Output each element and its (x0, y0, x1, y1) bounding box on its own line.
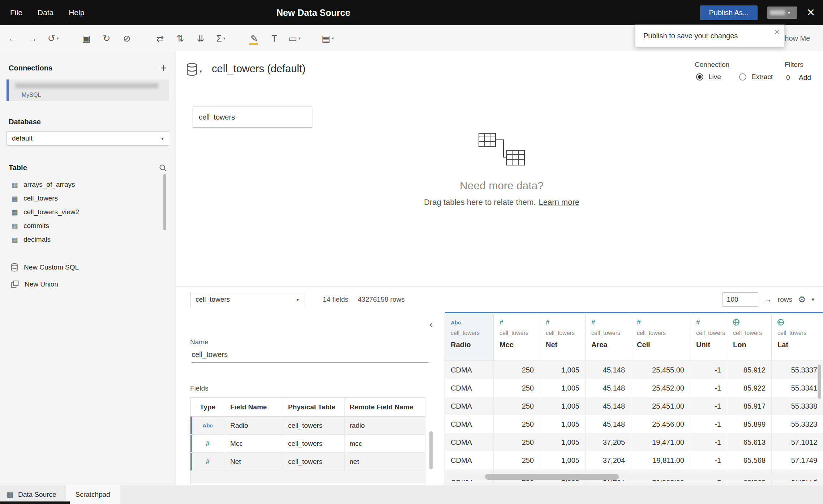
grid-row[interactable]: CDMA2501,00537,20419,811.00-165.56857.17… (445, 451, 823, 469)
filters-count: 0 (786, 74, 790, 82)
connection-item[interactable]: MySQL (7, 79, 169, 101)
extract-label: Extract (751, 73, 773, 81)
duplicate-button[interactable]: ▣ (78, 30, 95, 47)
grid-row[interactable]: CDMA2501,00545,14825,452.00-185.92255.33… (445, 379, 823, 397)
revert-button[interactable]: ↺▾ (45, 30, 61, 47)
sidebar-table-item[interactable]: ▦arrays_of_arrays (0, 178, 176, 191)
grid-column-header-lat[interactable]: cell_towersLat (772, 312, 823, 361)
database-select[interactable]: default ▾ (7, 131, 169, 146)
collapse-panel-icon[interactable]: ‹ (429, 319, 433, 329)
grid-cell: -1 (690, 451, 727, 469)
custom-sql-icon (11, 263, 18, 272)
close-icon[interactable]: ✕ (807, 8, 815, 18)
field-row-radio[interactable]: Abc Radio cell_towers radio (190, 417, 425, 435)
remote-field-cell: net (344, 453, 424, 470)
grid-vertical-scrollbar[interactable] (818, 365, 821, 399)
totals-button[interactable]: Σ▾ (213, 30, 229, 47)
column-table-name: cell_towers (637, 330, 690, 336)
sort-ascending-button[interactable]: ⇅ (172, 30, 189, 47)
grid-header: Abccell_towersRadio#cell_towersMcc#cell_… (445, 312, 823, 361)
table-selector-dropdown[interactable]: cell_towers ▾ (190, 292, 304, 307)
sidebar: Connections + MySQL Database default ▾ T… (0, 51, 176, 485)
sidebar-table-item[interactable]: ▦cell_towers_view2 (0, 205, 176, 219)
grid-column-header-net[interactable]: #cell_towersNet (540, 312, 586, 361)
table-node-cell-towers[interactable]: cell_towers (193, 107, 312, 128)
extract-radio[interactable] (739, 73, 746, 81)
table-name: arrays_of_arrays (23, 181, 75, 189)
menu-help[interactable]: Help (69, 8, 84, 17)
table-name: commits (23, 222, 49, 230)
fields-panel-scrollbar[interactable] (429, 431, 433, 469)
chevron-down-icon[interactable]: ▾ (811, 296, 814, 303)
grid-cell: 55.3337 (772, 361, 823, 379)
sort-descending-button[interactable]: ⇊ (192, 30, 209, 47)
publish-as-button[interactable]: Publish As... (700, 5, 757, 20)
account-menu[interactable]: ▾ (767, 7, 797, 19)
tab-scratchpad[interactable]: Scratchpad (66, 485, 120, 504)
grid-cell: 45,148 (586, 397, 631, 415)
redo-button[interactable]: → (25, 30, 41, 47)
grid-cell: 57.1749 (772, 451, 823, 469)
swap-rows-columns-button[interactable]: ⇄ (152, 30, 168, 47)
grid-cell: CDMA (445, 415, 494, 433)
sidebar-table-item[interactable]: ▦cell_towers (0, 191, 176, 205)
sidebar-table-item[interactable]: ▦commits (0, 219, 176, 233)
undo-button[interactable]: ← (4, 30, 21, 47)
menu-file[interactable]: File (10, 8, 22, 17)
totals-icon: Σ (216, 33, 222, 44)
table-icon: ▦ (12, 222, 18, 230)
show-chart-button[interactable]: ▤▾ (320, 30, 336, 47)
sidebar-scrollbar[interactable] (163, 174, 166, 230)
apply-row-limit-icon[interactable]: → (764, 295, 772, 304)
publish-tooltip: Publish to save your changes ✕ (635, 25, 785, 47)
menu-bar: File Data Help (10, 8, 84, 17)
grid-row[interactable]: CDMA2501,00545,14825,451.00-185.91755.33… (445, 397, 823, 415)
pause-updates-button[interactable]: ⊘ (119, 30, 135, 47)
physical-table-cell: cell_towers (283, 453, 344, 470)
refresh-button[interactable]: ↻ (98, 30, 115, 47)
field-row-net[interactable]: # Net cell_towers net (190, 453, 425, 471)
add-connection-icon[interactable]: + (160, 62, 167, 74)
grid-row[interactable]: CDMA2501,00545,14825,455.00-185.91255.33… (445, 361, 823, 379)
grid-horizontal-scrollbar-track[interactable] (447, 474, 819, 480)
text-label-button[interactable]: T (266, 30, 283, 47)
grid-horizontal-scrollbar-thumb[interactable] (485, 474, 619, 480)
table-name-input[interactable]: cell_towers (192, 350, 428, 363)
grid-cell: 1,005 (540, 415, 586, 433)
grid-row[interactable]: CDMA2501,00545,14825,456.00-185.89955.33… (445, 415, 823, 433)
search-icon[interactable] (159, 164, 167, 172)
highlight-button[interactable]: ✎ (246, 30, 262, 47)
close-tooltip-icon[interactable]: ✕ (774, 28, 780, 36)
fields-label: Fields (190, 384, 209, 392)
grid-column-header-cell[interactable]: #cell_towersCell (631, 312, 690, 361)
filters-add-button[interactable]: Add (799, 74, 811, 82)
grid-cell: 25,455.00 (631, 361, 690, 379)
name-label: Name (190, 338, 209, 346)
tooltip-text: Publish to save your changes (643, 32, 738, 40)
grid-cell: 37,204 (586, 451, 631, 469)
row-limit-input[interactable]: 100 (722, 292, 758, 307)
grid-column-header-area[interactable]: #cell_towersArea (586, 312, 631, 361)
menu-data[interactable]: Data (38, 8, 53, 17)
grid-cell: CDMA (445, 379, 494, 397)
column-table-name: cell_towers (696, 330, 727, 336)
field-name-cell: Radio (225, 417, 283, 434)
fit-button[interactable]: ▭▾ (286, 30, 303, 47)
caret-down-icon[interactable]: ▾ (200, 69, 202, 74)
grid-column-header-radio[interactable]: Abccell_towersRadio (445, 312, 494, 361)
field-row-mcc[interactable]: # Mcc cell_towers mcc (190, 435, 425, 453)
new-custom-sql-button[interactable]: New Custom SQL (0, 263, 176, 272)
grid-cell: 1,005 (540, 361, 586, 379)
gear-icon[interactable]: ⚙ (798, 294, 806, 305)
grid-column-header-unit[interactable]: #cell_towersUnit (690, 312, 727, 361)
learn-more-link[interactable]: Learn more (539, 198, 579, 207)
live-radio[interactable] (696, 73, 703, 81)
column-field-name: Lat (777, 341, 823, 349)
sidebar-table-item[interactable]: ▦decimals (0, 233, 176, 246)
new-union-button[interactable]: New Union (0, 280, 176, 288)
grid-cell: 55.3341 (772, 379, 823, 397)
grid-row[interactable]: CDMA2501,00537,20519,471.00-165.61357.10… (445, 433, 823, 451)
grid-cell: 85.912 (727, 361, 772, 379)
grid-column-header-mcc[interactable]: #cell_towersMcc (494, 312, 540, 361)
grid-column-header-lon[interactable]: cell_towersLon (727, 312, 772, 361)
